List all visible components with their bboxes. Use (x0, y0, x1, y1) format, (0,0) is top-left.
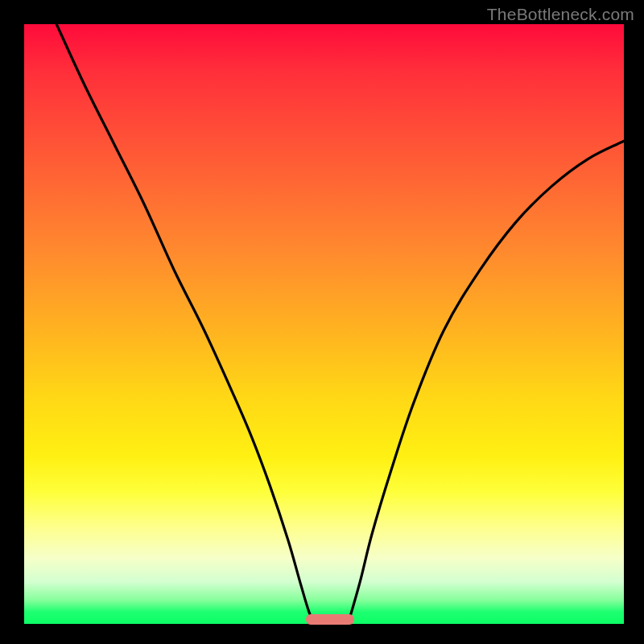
chart-curves-svg (24, 24, 624, 624)
bottleneck-marker (306, 614, 354, 625)
watermark-text: TheBottleneck.com (487, 5, 634, 24)
right-curve (348, 141, 624, 624)
chart-plot-area (24, 24, 624, 624)
left-curve (56, 24, 315, 624)
